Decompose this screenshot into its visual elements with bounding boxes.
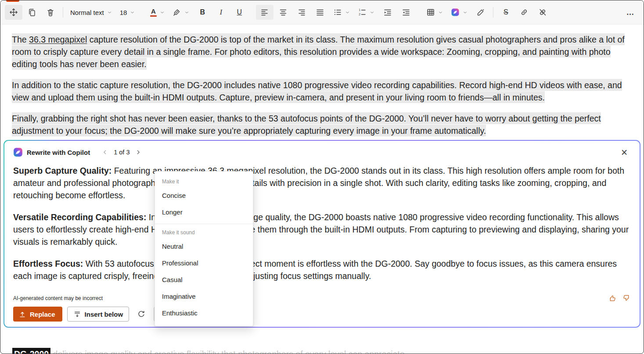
copilot-panel-title: Rewrite with Copilot — [27, 149, 90, 156]
replace-button[interactable]: Replace — [13, 307, 62, 322]
paragraph-style-dropdown[interactable]: Normal text — [67, 5, 115, 20]
suggestion-paragraph: Versatile Recording Capabilities: In add… — [13, 211, 631, 248]
paragraph-style-value: Normal text — [70, 9, 104, 16]
bold-button[interactable]: B — [194, 5, 211, 20]
align-justify-button[interactable] — [311, 5, 329, 20]
chevron-left-icon — [102, 149, 108, 155]
regenerate-button[interactable] — [134, 307, 149, 322]
cutoff-text: delivers image quality and creative flex… — [50, 349, 407, 354]
arrow-up-from-line-icon — [18, 310, 26, 318]
align-left-icon — [260, 8, 269, 17]
insert-below-icon — [73, 310, 81, 318]
app-window: Normal text 18 A B I U — [0, 0, 644, 354]
menu-group-header: Make it — [155, 173, 253, 187]
svg-text:1: 1 — [359, 8, 361, 11]
document-text-cutoff[interactable]: DG-2000 delivers image quality and creat… — [12, 348, 407, 354]
strikethrough-icon: S — [504, 8, 508, 16]
previous-suggestion-button[interactable] — [100, 147, 110, 157]
underline-icon: U — [237, 8, 242, 16]
align-justify-icon — [316, 8, 324, 17]
copy-button[interactable] — [23, 5, 41, 20]
highlighted-text: DG-2000 — [12, 348, 50, 354]
font-size-value: 18 — [120, 9, 127, 16]
suggestion-text: With 53 autofocus points, capturing the … — [13, 259, 617, 281]
insert-table-button[interactable] — [423, 5, 446, 20]
menu-item-professional[interactable]: Professional — [155, 255, 253, 272]
close-panel-button[interactable]: × — [618, 146, 631, 159]
move-button[interactable] — [5, 5, 22, 20]
font-size-dropdown[interactable]: 18 — [116, 5, 139, 20]
highlighter-icon — [173, 8, 181, 17]
align-left-button[interactable] — [256, 5, 273, 20]
chevron-down-icon — [370, 10, 374, 15]
document-paragraph: In addition to the static capture resolu… — [12, 79, 632, 103]
numbered-list-button[interactable]: 12 — [354, 5, 378, 20]
next-suggestion-button[interactable] — [133, 147, 143, 157]
thumbs-up-icon[interactable] — [608, 294, 616, 302]
menu-item-neutral[interactable]: Neutral — [155, 238, 253, 255]
chevron-down-icon — [438, 10, 443, 15]
menu-group-header: Make it sound — [155, 224, 253, 238]
chevron-down-icon — [463, 10, 468, 15]
align-right-button[interactable] — [293, 5, 310, 20]
decrease-indent-button[interactable] — [397, 5, 415, 20]
remove-link-button[interactable] — [534, 5, 551, 20]
menu-item-longer[interactable]: Longer — [155, 204, 253, 221]
toolbar-separator — [63, 7, 63, 18]
formatting-toolbar: Normal text 18 A B I U — [0, 0, 644, 25]
chevron-down-icon — [160, 10, 165, 15]
chevron-down-icon — [107, 10, 112, 15]
menu-item-casual[interactable]: Casual — [155, 272, 253, 288]
trash-icon — [46, 8, 55, 17]
document-paragraph: Finally, grabbing the right shot has nev… — [12, 112, 632, 136]
rewrite-pen-button[interactable] — [472, 5, 489, 20]
paragraph-text: In addition to the static capture resolu… — [12, 79, 622, 103]
suggestion-lead: Versatile Recording Capabilities: — [13, 212, 146, 222]
chevron-down-icon — [130, 10, 135, 15]
strikethrough-button[interactable]: S — [497, 5, 514, 20]
copilot-panel-border: Rewrite with Copilot 1 of 3 × Superb Cap… — [4, 140, 640, 328]
delete-button[interactable] — [42, 5, 59, 20]
increase-indent-icon — [383, 8, 392, 17]
menu-item-enthusiastic[interactable]: Enthusiastic — [155, 305, 253, 322]
pen-sparkle-icon — [476, 8, 485, 17]
document-editor[interactable]: The 36.3 megapixel capture resolution of… — [0, 25, 644, 136]
refresh-icon — [137, 310, 146, 318]
font-color-button[interactable]: A — [146, 5, 168, 20]
insert-below-button[interactable]: Insert below — [67, 307, 130, 322]
copilot-action-bar: Replace Insert below — [13, 307, 631, 322]
thumbs-down-icon[interactable] — [622, 294, 631, 302]
menu-item-concise[interactable]: Concise — [155, 187, 253, 204]
copilot-suggestion-body: Superb Capture Quality: Featuring an imp… — [13, 161, 631, 282]
align-center-button[interactable] — [274, 5, 292, 20]
link-icon — [520, 8, 529, 17]
replace-button-label: Replace — [30, 311, 55, 318]
insert-below-button-label: Insert below — [85, 311, 123, 318]
font-color-icon: A — [150, 8, 157, 17]
insert-link-button[interactable] — [515, 5, 533, 20]
increase-indent-button[interactable] — [379, 5, 396, 20]
bullet-list-button[interactable] — [330, 5, 353, 20]
underline-button[interactable]: U — [230, 5, 248, 20]
chevron-down-icon — [345, 10, 350, 15]
paragraph-text: The — [12, 34, 29, 44]
suggestion-navigation: 1 of 3 — [100, 147, 143, 157]
copilot-rewrite-panel: Rewrite with Copilot 1 of 3 × Superb Cap… — [4, 141, 640, 327]
highlight-color-button[interactable] — [169, 5, 193, 20]
toolbar-separator — [493, 7, 493, 18]
copilot-button[interactable] — [447, 5, 471, 20]
menu-item-imaginative[interactable]: Imaginative — [155, 288, 253, 305]
svg-text:2: 2 — [359, 13, 361, 16]
more-options-button[interactable]: … — [622, 5, 639, 20]
decrease-indent-icon — [402, 8, 410, 17]
italic-button[interactable]: I — [212, 5, 230, 20]
suggestion-counter: 1 of 3 — [114, 149, 130, 156]
close-icon: × — [621, 147, 628, 158]
suggestion-paragraph: Superb Capture Quality: Featuring an imp… — [13, 164, 631, 201]
feedback-buttons — [608, 294, 631, 302]
ellipsis-icon: … — [626, 8, 635, 17]
align-right-icon — [297, 8, 306, 17]
megapixel-link[interactable]: 36.3 megapixel — [29, 34, 87, 44]
chevron-down-icon — [184, 10, 189, 15]
bullet-list-icon — [333, 8, 342, 17]
